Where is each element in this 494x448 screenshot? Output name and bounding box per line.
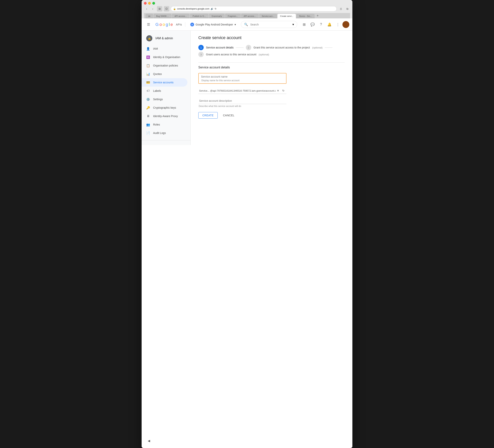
stepper: 1 Service account details 2 Grant this s… [198,45,345,57]
tab-service-acc[interactable]: Service acc... [259,14,277,18]
address-text: console.developers.google.com [177,7,210,10]
sidebar-item-iam[interactable]: 👤 IAM [142,44,187,53]
refresh-icon: ↻ [215,7,217,10]
step-1-label: Service account details [206,46,234,49]
service-account-description-input[interactable] [198,98,286,104]
sidebar-item-identity-proxy[interactable]: 🖥 Identity-Aware Proxy [142,112,187,120]
lock-icon: 🔒 [173,8,176,10]
tab-grammarly[interactable]: Grammarly [209,14,225,18]
section-title: Service account details [198,66,345,69]
project-selector[interactable]: ▲ Google Play Android Developer ▾ [188,22,238,28]
cancel-button[interactable]: CANCEL [219,112,238,119]
reading-mode-button[interactable]: ⓘ [164,6,169,12]
apis-label: APIs [176,23,182,26]
tab-create-servi[interactable]: Create servi... [277,14,296,18]
sidebar-label-service-accounts: Service accounts [153,81,173,84]
sidebar-label-roles: Roles [153,123,160,126]
share-button[interactable]: ⎙ [338,6,344,12]
main-content: Create service account 1 Service account… [191,31,352,448]
service-account-description-field: Describe what this service account will … [198,98,345,108]
step-2-circle: 2 [246,45,251,50]
identity-proxy-icon: 🖥 [146,114,150,118]
search-input[interactable] [250,23,290,26]
tab-api1[interactable]: API access... [172,14,189,18]
sidebar-item-identity[interactable]: 🆔 Identity & Organisation [142,53,187,61]
description-helper: Describe what this service account will … [198,105,345,108]
search-icon: 🔍 [244,23,248,26]
tab-de[interactable]: de [146,14,153,18]
tab-bug[interactable]: Bug 59400:... [153,14,171,18]
sidebar-label-crypto-keys: Cryptographic keys [153,106,176,109]
name-input-helper: Display name for this service account [201,79,284,82]
sidebar-item-crypto-keys[interactable]: 🔑 Cryptographic keys [142,103,187,112]
roles-icon: 👥 [146,123,150,126]
service-account-email-field: ✕ ↻ [198,87,345,94]
sidebar-item-settings[interactable]: ⚙️ Settings [142,95,187,103]
user-avatar[interactable] [342,21,349,28]
top-nav-actions: ⊞ 💬 ? 🔔 ⋮ [300,21,349,28]
service-account-name-field: Display name for this service account [198,73,345,84]
sidebar-item-org-policies[interactable]: 📋 Organisation policies [142,61,187,70]
email-refresh-button[interactable]: ↻ [281,88,286,93]
step-3-optional: (optional) [259,53,269,56]
identity-icon: 🆔 [146,55,150,59]
tab-fragment[interactable]: Fragmen... [225,14,240,18]
traffic-light-green[interactable] [152,2,155,5]
back-button[interactable]: ‹ [144,6,149,12]
sidebar-item-quotas[interactable]: 📊 Quotas [142,70,187,78]
help-button[interactable]: ? [317,21,325,28]
new-tab-button[interactable]: ⧉ [345,6,350,12]
address-bar[interactable]: 🔒 console.developers.google.com 🔊 ↻ [171,6,337,12]
sidebar-item-audit-logs[interactable]: 📄 Audit Logs [142,129,187,137]
quotas-icon: 📊 [146,72,150,76]
iam-header-icon: 🔒 [146,35,152,41]
tab-api2[interactable]: API access... [241,14,259,18]
email-clear-button[interactable]: ✕ [276,88,280,93]
more-options-button[interactable]: ⋮ [334,21,342,28]
name-input-wrapper: Display name for this service account [198,73,286,84]
search-bar[interactable]: 🔍 ▾ [241,21,297,28]
sidebar-item-roles[interactable]: 👥 Roles [142,120,187,129]
tab-publish[interactable]: Publish to G... [190,14,209,18]
search-dropdown-icon: ▾ [292,23,294,26]
traffic-light-yellow[interactable] [148,2,151,5]
apps-button[interactable]: ⊞ [300,21,308,28]
service-account-name-input[interactable] [201,75,284,78]
top-nav-bar: ☰ Google APIs ▲ Google Play Android Deve… [142,18,352,31]
hamburger-menu-button[interactable]: ☰ [145,21,152,28]
org-policies-icon: 📋 [146,64,150,67]
crypto-keys-icon: 🔑 [146,106,150,110]
notifications-button[interactable]: 🔔 [326,21,333,28]
step-3-label: Grant users access to this service accou… [206,53,256,56]
sidebar-item-service-accounts[interactable]: 💳 Service accounts [142,78,187,87]
sidebar-label-identity: Identity & Organisation [153,56,180,59]
sidebar-label-labels: Labels [153,89,161,92]
email-field-row: ✕ ↻ [198,87,286,94]
sidebar-label-identity-proxy: Identity-Aware Proxy [153,115,178,118]
service-account-email-input[interactable] [199,89,276,92]
audio-icon: 🔊 [210,7,213,10]
sidebar-header: 🔒 IAM & admin [142,32,190,44]
step-3-circle: 3 [198,52,204,57]
sidebar-label-quotas: Quotas [153,73,162,75]
step-2-label: Grant this service account access to the… [254,46,310,49]
chat-button[interactable]: 💬 [309,21,316,28]
step-1-circle: 1 [198,45,204,50]
sidebar-item-labels[interactable]: 🏷 Labels [142,87,187,95]
tab-stores[interactable]: Stores - Sm... [296,14,314,18]
tab-view-button[interactable]: ⊡ [157,6,162,12]
sidebar-label-org-policies: Organisation policies [153,64,178,67]
traffic-light-red[interactable] [144,2,147,5]
create-button[interactable]: CREATE [198,112,218,119]
form-divider [198,62,345,63]
sidebar-label-audit-logs: Audit Logs [153,131,166,135]
project-name: Google Play Android Developer [196,23,233,26]
forward-button[interactable]: › [150,6,155,12]
sidebar-header-title: IAM & admin [155,37,173,40]
google-logo: Google [155,22,173,27]
project-dropdown-icon: ▾ [235,23,236,26]
new-tab-icon[interactable]: + [315,13,321,18]
settings-icon: ⚙️ [146,97,150,101]
project-dot-icon: ▲ [190,23,194,26]
page-title: Create service account [198,35,345,40]
